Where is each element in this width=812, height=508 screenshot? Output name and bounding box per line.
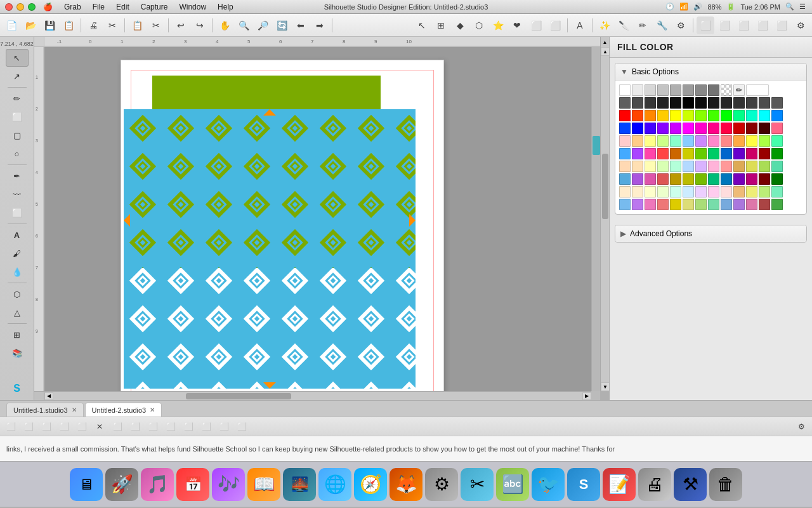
color-gray-1[interactable] (632, 84, 643, 96)
more-btn[interactable]: ⬜ (773, 17, 790, 34)
save-button[interactable]: 💾 (41, 17, 58, 34)
eraser-tool[interactable]: ⬜ (6, 204, 29, 222)
zoom-out-button[interactable]: 🔎 (254, 17, 272, 34)
dock-finder[interactable]: 🖥 (70, 468, 103, 501)
zoom-prev-button[interactable]: ⬅ (292, 17, 310, 34)
canvas-viewport[interactable] (44, 47, 600, 391)
paint-tool[interactable]: 🖌 (6, 244, 29, 262)
advanced-options-header[interactable]: ▶ Advanced Options (615, 225, 806, 242)
edit-menu[interactable]: Edit (111, 1, 134, 13)
bottom-ungroup-btn[interactable]: ⬜ (56, 420, 72, 434)
bottom-duplicate-btn[interactable]: ⬜ (74, 420, 90, 434)
dock-firefox[interactable]: 🦊 (390, 468, 422, 501)
color-custom[interactable] (746, 84, 769, 96)
dock-trash[interactable]: 🗑 (709, 468, 742, 501)
tab-untitled-2[interactable]: Untitled-2.studio3 ✕ (85, 403, 162, 417)
color-transparent[interactable] (721, 84, 732, 96)
weld-btn[interactable]: ✨ (596, 17, 613, 34)
redo-button[interactable]: ↪ (191, 17, 209, 34)
grid-btn[interactable]: ⊞ (432, 17, 450, 34)
rectangle-tool[interactable]: ⬜ (6, 108, 29, 126)
select-tool-btn[interactable]: ↖ (413, 17, 431, 34)
tab-1-close[interactable]: ✕ (72, 406, 77, 413)
color-white[interactable] (619, 84, 631, 96)
undo-button[interactable]: ↩ (172, 17, 190, 34)
notification-icon[interactable]: ☰ (799, 3, 806, 11)
trace-btn[interactable]: 🔧 (653, 17, 671, 34)
dock-print[interactable]: 🖨 (638, 468, 671, 501)
star-btn[interactable]: ⭐ (489, 17, 507, 34)
table-tool[interactable]: ⊞ (6, 326, 29, 344)
v-scrollbar-thumb[interactable] (593, 136, 600, 155)
dock-systemprefs[interactable]: ⚙ (425, 468, 458, 501)
eyedrop-tool[interactable]: 💧 (6, 263, 29, 281)
copy-button[interactable]: 📋 (128, 17, 146, 34)
dock-reminders[interactable]: 📝 (603, 468, 636, 501)
pan-button[interactable]: ✋ (216, 17, 233, 34)
dock-music[interactable]: 🎶 (212, 468, 245, 501)
text-tool[interactable]: A (6, 226, 29, 244)
dock-silhouette[interactable]: ✂ (461, 468, 494, 501)
scroll-left-btn[interactable]: ◀ (44, 392, 53, 400)
draw-line-tool[interactable]: ✏ (6, 90, 29, 107)
bottom-align-btn[interactable]: ⬜ (145, 420, 161, 434)
print-cut-button[interactable]: ✂ (103, 17, 121, 34)
eraser-btn[interactable]: ✏ (634, 17, 652, 34)
color-gray-2[interactable] (645, 84, 656, 96)
cut-button[interactable]: ✂ (147, 17, 165, 34)
bottom-select2-btn[interactable]: ⬜ (20, 420, 37, 434)
dock-silhouette2[interactable]: S (567, 468, 600, 501)
pattern-area[interactable] (124, 109, 416, 389)
window-menu[interactable]: Window (174, 1, 211, 13)
knife-btn[interactable]: 🔪 (615, 17, 632, 34)
scroll-right-btn[interactable]: ▶ (582, 392, 591, 400)
ellipse-tool[interactable]: ○ (6, 145, 29, 163)
bottom-transform-btn[interactable]: ⬜ (180, 420, 197, 434)
color-gray-7[interactable] (708, 84, 719, 96)
scroll-down-btn[interactable]: ▼ (601, 382, 609, 391)
window-controls[interactable] (5, 3, 36, 11)
open-button[interactable]: 📂 (22, 17, 39, 34)
eyedropper-tool[interactable]: ✏ (733, 84, 745, 96)
v-scroll-thumb[interactable] (602, 154, 608, 219)
align-v-btn[interactable]: ⬜ (546, 17, 564, 34)
capture-menu[interactable]: Capture (136, 1, 173, 13)
bottom-arrange-btn[interactable]: ⬜ (109, 420, 126, 434)
node-select-tool[interactable]: ↗ (6, 67, 29, 85)
fit-button[interactable]: 🔄 (273, 17, 291, 34)
heart-btn[interactable]: ❤ (508, 17, 526, 34)
apple-menu[interactable]: 🍎 (38, 1, 58, 13)
bottom-release-btn[interactable]: ⬜ (233, 420, 250, 434)
bottom-point-edit-btn[interactable]: ⬜ (198, 420, 214, 434)
zoom-in-button[interactable]: 🔍 (235, 17, 252, 34)
library-btn[interactable]: ⬜ (754, 17, 771, 34)
align-h-btn[interactable]: ⬜ (527, 17, 545, 34)
smooth-tool[interactable]: 〰 (6, 185, 29, 203)
dock-ibooks[interactable]: 📖 (247, 468, 280, 501)
bottom-delete-btn[interactable]: ✕ (91, 420, 108, 434)
bottom-settings-btn[interactable]: ⚙ (793, 420, 809, 434)
stroke-btn[interactable]: ⬜ (716, 17, 733, 34)
polygon-tool[interactable]: ⬡ (6, 285, 29, 303)
transform-btn[interactable]: ⚙ (672, 17, 690, 34)
dock-bridge[interactable]: 🌉 (283, 468, 316, 501)
dock-safari[interactable]: 🧭 (354, 468, 387, 501)
scroll-up-btn[interactable]: ▲ (601, 47, 609, 56)
minimize-button[interactable] (16, 3, 24, 11)
pencil-tool[interactable]: ✒ (6, 167, 29, 185)
shape-btn[interactable]: ⬡ (470, 17, 488, 34)
text-btn[interactable]: A (571, 17, 589, 34)
rounded-rect-tool[interactable]: ▢ (6, 126, 29, 144)
book-tool[interactable]: 📚 (6, 344, 29, 362)
triangle-tool[interactable]: △ (6, 304, 29, 321)
new-button[interactable]: 📄 (3, 17, 20, 34)
print-button[interactable]: 🖨 (84, 17, 102, 34)
close-button[interactable] (5, 3, 13, 11)
help-menu[interactable]: Help (213, 1, 239, 13)
color-gray-3[interactable] (657, 84, 669, 96)
h-scroll-thumb[interactable] (186, 393, 292, 399)
save-as-button[interactable]: 📋 (60, 17, 77, 34)
color-gray-5[interactable] (683, 84, 694, 96)
basic-options-header[interactable]: ▼ Basic Options (615, 64, 806, 81)
dock-xcode[interactable]: ⚒ (674, 468, 707, 501)
